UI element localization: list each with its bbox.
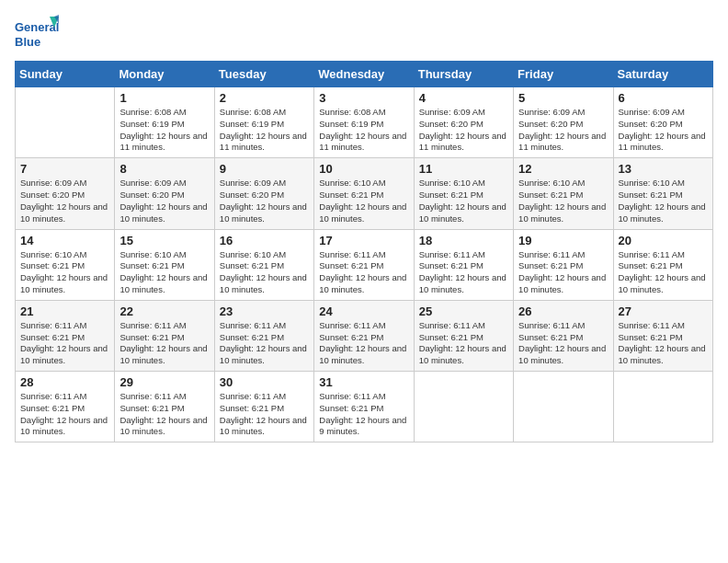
day-number: 3 [319, 91, 408, 105]
day-header-thursday: Thursday [414, 62, 513, 87]
day-header-friday: Friday [514, 62, 613, 87]
day-number: 11 [419, 162, 508, 176]
day-number: 13 [619, 162, 708, 176]
day-number: 15 [119, 234, 209, 247]
day-info: Sunrise: 6:11 AM Sunset: 6:21 PM Dayligh… [619, 249, 708, 296]
calendar-cell: 14Sunrise: 6:10 AM Sunset: 6:21 PM Dayli… [16, 229, 115, 300]
day-info: Sunrise: 6:11 AM Sunset: 6:21 PM Dayligh… [220, 320, 309, 367]
day-number: 21 [20, 304, 109, 318]
calendar-cell: 4Sunrise: 6:09 AM Sunset: 6:20 PM Daylig… [414, 87, 513, 158]
calendar-cell: 1Sunrise: 6:08 AM Sunset: 6:19 PM Daylig… [115, 87, 214, 158]
calendar-week-row: 14Sunrise: 6:10 AM Sunset: 6:21 PM Dayli… [16, 229, 713, 300]
day-number: 26 [518, 304, 608, 318]
logo: General Blue [15, 15, 61, 53]
calendar-cell: 31Sunrise: 6:11 AM Sunset: 6:21 PM Dayli… [314, 372, 414, 442]
calendar-cell: 8Sunrise: 6:09 AM Sunset: 6:20 PM Daylig… [115, 158, 214, 229]
day-info: Sunrise: 6:08 AM Sunset: 6:19 PM Dayligh… [119, 107, 209, 154]
calendar-cell: 18Sunrise: 6:11 AM Sunset: 6:21 PM Dayli… [414, 229, 513, 300]
calendar-cell: 16Sunrise: 6:10 AM Sunset: 6:21 PM Dayli… [214, 229, 313, 300]
day-info: Sunrise: 6:11 AM Sunset: 6:21 PM Dayligh… [220, 391, 309, 438]
day-number: 20 [619, 234, 708, 247]
day-info: Sunrise: 6:09 AM Sunset: 6:20 PM Dayligh… [220, 178, 309, 224]
day-info: Sunrise: 6:10 AM Sunset: 6:21 PM Dayligh… [419, 178, 508, 224]
day-number: 31 [319, 375, 408, 389]
calendar-cell: 22Sunrise: 6:11 AM Sunset: 6:21 PM Dayli… [115, 300, 214, 371]
calendar-cell: 26Sunrise: 6:11 AM Sunset: 6:21 PM Dayli… [514, 300, 613, 371]
calendar-cell: 17Sunrise: 6:11 AM Sunset: 6:21 PM Dayli… [314, 229, 414, 300]
day-info: Sunrise: 6:09 AM Sunset: 6:20 PM Dayligh… [119, 178, 209, 224]
day-info: Sunrise: 6:11 AM Sunset: 6:21 PM Dayligh… [319, 391, 408, 438]
day-number: 9 [220, 162, 309, 176]
day-number: 28 [20, 375, 109, 389]
day-number: 27 [619, 304, 708, 318]
calendar-cell: 7Sunrise: 6:09 AM Sunset: 6:20 PM Daylig… [16, 158, 115, 229]
day-header-sunday: Sunday [16, 62, 115, 87]
day-number: 19 [518, 234, 608, 247]
calendar-cell [514, 372, 613, 442]
day-info: Sunrise: 6:09 AM Sunset: 6:20 PM Dayligh… [518, 107, 608, 154]
calendar-cell: 25Sunrise: 6:11 AM Sunset: 6:21 PM Dayli… [414, 300, 513, 371]
calendar-cell [16, 87, 115, 158]
day-info: Sunrise: 6:11 AM Sunset: 6:21 PM Dayligh… [119, 320, 209, 367]
calendar-table: SundayMondayTuesdayWednesdayThursdayFrid… [15, 61, 713, 442]
page-header: General Blue [15, 15, 713, 53]
calendar-cell: 29Sunrise: 6:11 AM Sunset: 6:21 PM Dayli… [115, 372, 214, 442]
day-number: 16 [220, 234, 309, 247]
calendar-week-row: 28Sunrise: 6:11 AM Sunset: 6:21 PM Dayli… [16, 372, 713, 442]
day-number: 5 [518, 91, 608, 105]
calendar-cell: 12Sunrise: 6:10 AM Sunset: 6:21 PM Dayli… [514, 158, 613, 229]
day-info: Sunrise: 6:10 AM Sunset: 6:21 PM Dayligh… [518, 178, 608, 224]
day-info: Sunrise: 6:10 AM Sunset: 6:21 PM Dayligh… [619, 178, 708, 224]
day-number: 29 [119, 375, 209, 389]
calendar-cell: 19Sunrise: 6:11 AM Sunset: 6:21 PM Dayli… [514, 229, 613, 300]
day-info: Sunrise: 6:11 AM Sunset: 6:21 PM Dayligh… [20, 320, 109, 367]
calendar-header-row: SundayMondayTuesdayWednesdayThursdayFrid… [16, 62, 713, 87]
day-number: 18 [419, 234, 508, 247]
day-number: 2 [220, 91, 309, 105]
calendar-cell: 11Sunrise: 6:10 AM Sunset: 6:21 PM Dayli… [414, 158, 513, 229]
calendar-cell: 23Sunrise: 6:11 AM Sunset: 6:21 PM Dayli… [214, 300, 313, 371]
calendar-cell: 20Sunrise: 6:11 AM Sunset: 6:21 PM Dayli… [613, 229, 712, 300]
calendar-cell: 30Sunrise: 6:11 AM Sunset: 6:21 PM Dayli… [214, 372, 313, 442]
day-info: Sunrise: 6:08 AM Sunset: 6:19 PM Dayligh… [220, 107, 309, 154]
day-number: 25 [419, 304, 508, 318]
day-header-wednesday: Wednesday [314, 62, 414, 87]
day-number: 22 [119, 304, 209, 318]
day-info: Sunrise: 6:11 AM Sunset: 6:21 PM Dayligh… [20, 391, 109, 438]
calendar-cell [414, 372, 513, 442]
day-info: Sunrise: 6:09 AM Sunset: 6:20 PM Dayligh… [419, 107, 508, 154]
day-header-tuesday: Tuesday [214, 62, 313, 87]
day-info: Sunrise: 6:11 AM Sunset: 6:21 PM Dayligh… [119, 391, 209, 438]
day-info: Sunrise: 6:11 AM Sunset: 6:21 PM Dayligh… [518, 320, 608, 367]
day-number: 8 [119, 162, 209, 176]
calendar-cell: 3Sunrise: 6:08 AM Sunset: 6:19 PM Daylig… [314, 87, 414, 158]
calendar-cell: 10Sunrise: 6:10 AM Sunset: 6:21 PM Dayli… [314, 158, 414, 229]
logo-svg: General Blue [15, 15, 61, 53]
day-info: Sunrise: 6:10 AM Sunset: 6:21 PM Dayligh… [119, 249, 209, 296]
day-info: Sunrise: 6:10 AM Sunset: 6:21 PM Dayligh… [319, 178, 408, 224]
day-info: Sunrise: 6:11 AM Sunset: 6:21 PM Dayligh… [619, 320, 708, 367]
calendar-cell: 24Sunrise: 6:11 AM Sunset: 6:21 PM Dayli… [314, 300, 414, 371]
day-number: 30 [220, 375, 309, 389]
day-number: 4 [419, 91, 508, 105]
day-number: 23 [220, 304, 309, 318]
calendar-cell: 21Sunrise: 6:11 AM Sunset: 6:21 PM Dayli… [16, 300, 115, 371]
day-info: Sunrise: 6:11 AM Sunset: 6:21 PM Dayligh… [419, 320, 508, 367]
day-number: 1 [119, 91, 209, 105]
calendar-week-row: 7Sunrise: 6:09 AM Sunset: 6:20 PM Daylig… [16, 158, 713, 229]
calendar-week-row: 21Sunrise: 6:11 AM Sunset: 6:21 PM Dayli… [16, 300, 713, 371]
calendar-cell: 9Sunrise: 6:09 AM Sunset: 6:20 PM Daylig… [214, 158, 313, 229]
day-info: Sunrise: 6:10 AM Sunset: 6:21 PM Dayligh… [20, 249, 109, 296]
calendar-cell: 2Sunrise: 6:08 AM Sunset: 6:19 PM Daylig… [214, 87, 313, 158]
calendar-cell: 5Sunrise: 6:09 AM Sunset: 6:20 PM Daylig… [514, 87, 613, 158]
day-info: Sunrise: 6:09 AM Sunset: 6:20 PM Dayligh… [619, 107, 708, 154]
calendar-cell: 28Sunrise: 6:11 AM Sunset: 6:21 PM Dayli… [16, 372, 115, 442]
day-header-saturday: Saturday [613, 62, 712, 87]
calendar-cell: 15Sunrise: 6:10 AM Sunset: 6:21 PM Dayli… [115, 229, 214, 300]
day-info: Sunrise: 6:08 AM Sunset: 6:19 PM Dayligh… [319, 107, 408, 154]
day-number: 6 [619, 91, 708, 105]
day-info: Sunrise: 6:11 AM Sunset: 6:21 PM Dayligh… [319, 249, 408, 296]
day-number: 14 [20, 234, 109, 247]
calendar-week-row: 1Sunrise: 6:08 AM Sunset: 6:19 PM Daylig… [16, 87, 713, 158]
day-number: 12 [518, 162, 608, 176]
